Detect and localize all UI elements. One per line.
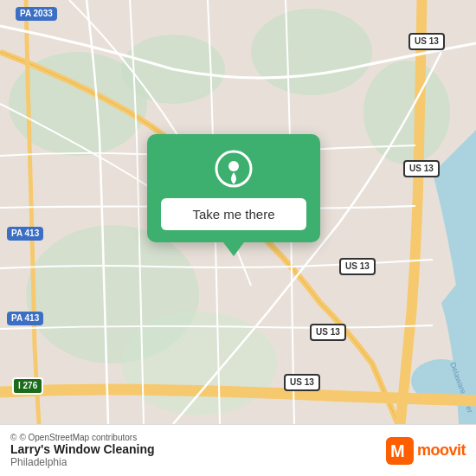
badge-us13-top: US 13	[408, 33, 445, 50]
badge-pa2033: PA 2033	[16, 7, 57, 21]
svg-point-10	[228, 161, 239, 171]
badge-pa413-top: PA 413	[7, 227, 43, 241]
badge-i276: I 276	[12, 377, 43, 395]
svg-point-4	[363, 61, 450, 164]
osm-credit-text: © OpenStreetMap contributors	[19, 433, 137, 442]
moovit-logo: M moovit	[386, 437, 466, 465]
badge-us13-bot1: US 13	[310, 324, 346, 341]
popup-card: Take me there	[147, 134, 320, 242]
osm-credit: © © OpenStreetMap contributors	[10, 433, 155, 442]
map-container: Delaware River PA 2033 US 13 US 13 US 13…	[0, 0, 476, 424]
location-info: © © OpenStreetMap contributors Larry's W…	[10, 433, 155, 468]
copyright-icon: ©	[10, 433, 16, 442]
moovit-icon-svg: M	[386, 437, 414, 465]
location-city: Philadelphia	[10, 456, 155, 468]
svg-point-3	[251, 9, 372, 95]
svg-text:M: M	[390, 441, 405, 460]
take-me-there-button[interactable]: Take me there	[161, 198, 306, 230]
moovit-text: moovit	[417, 441, 466, 460]
bottom-bar: © © OpenStreetMap contributors Larry's W…	[0, 424, 476, 476]
location-name: Larry's Window Cleaning	[10, 442, 155, 456]
location-pin-icon	[215, 150, 253, 188]
badge-us13-mid1: US 13	[403, 160, 440, 177]
badge-pa413-bot: PA 413	[7, 312, 43, 325]
badge-us13-bot2: US 13	[284, 374, 320, 391]
badge-us13-mid2: US 13	[339, 258, 376, 275]
